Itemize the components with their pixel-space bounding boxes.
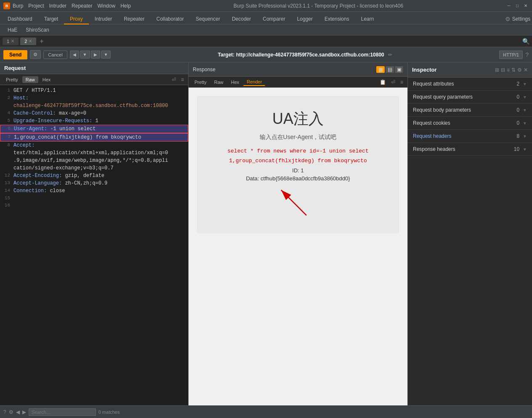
- help-icon[interactable]: ?: [525, 51, 529, 58]
- request-content: 1 GET / HTTP/1.1 2 Host: challenge-46247…: [0, 85, 188, 405]
- inspector-row-4[interactable]: Request headers 8 ▼: [408, 130, 532, 143]
- menu-repeater[interactable]: Repeater: [72, 3, 92, 9]
- request-tabs: Pretty Raw Hex ⏎ ≡: [0, 74, 188, 85]
- menu-window[interactable]: Window: [97, 3, 115, 9]
- arrow-left[interactable]: ◀: [70, 51, 79, 59]
- inspector-icon-close[interactable]: ✕: [524, 67, 528, 73]
- minimize-button[interactable]: ─: [506, 3, 512, 9]
- response-copy-icon[interactable]: 📋: [378, 78, 388, 86]
- inspector-row-2[interactable]: Request body parameters 0 ▼: [408, 104, 532, 117]
- request-line-2: 2 Host:: [0, 94, 188, 102]
- svg-line-1: [281, 190, 306, 215]
- nav-repeater[interactable]: Repeater: [118, 14, 150, 24]
- http-version-badge[interactable]: HTTP/1: [499, 51, 523, 59]
- chevron-down-icon: ▼: [523, 108, 527, 113]
- request-title: Request: [4, 65, 26, 71]
- settings-gear-icon: ⚙: [505, 16, 511, 22]
- view-icon-detail[interactable]: ▣: [395, 66, 403, 73]
- inspector-row-0[interactable]: Request attributes 2 ▼: [408, 78, 532, 91]
- inspector-icon-sort[interactable]: ≡: [507, 67, 510, 73]
- menu-bar: Burp Project Intruder Repeater Window He…: [13, 3, 131, 9]
- request-wrap-icon[interactable]: ⏎: [170, 76, 178, 83]
- tab-1-label: 1: [7, 39, 9, 44]
- toolbar: Send ⚙ Cancel ◀ ▼ ▶ ▼ Target: http://cha…: [0, 47, 532, 62]
- menu-burp[interactable]: Burp: [13, 3, 23, 9]
- settings-label[interactable]: Settings: [512, 16, 530, 22]
- nav-decoder[interactable]: Decoder: [226, 14, 257, 24]
- settings-bottom-icon[interactable]: ⚙: [9, 409, 13, 415]
- nav-proxy[interactable]: Proxy: [64, 14, 89, 24]
- nav-dashboard[interactable]: Dashboard: [2, 14, 38, 24]
- arrow-left-down[interactable]: ▼: [80, 51, 90, 59]
- nav-extensions[interactable]: Extensions: [319, 14, 355, 24]
- edit-target-icon[interactable]: ✏: [388, 52, 392, 58]
- inspector-icon-grid[interactable]: ⊞: [495, 67, 499, 73]
- tab-bar: 1 ✕ 2 ✕ + 🔍: [0, 35, 532, 47]
- help-bottom-icon[interactable]: ?: [3, 409, 6, 415]
- inspector-rows: Request attributes 2 ▼ Request query par…: [408, 78, 532, 405]
- inspector-title: Inspector: [412, 67, 495, 73]
- send-button[interactable]: Send: [3, 50, 27, 59]
- inspector-panel: Inspector ⊞ ⊟ ≡ ⇅ ⚙ ✕ Request attributes…: [408, 62, 532, 405]
- view-icon-grid[interactable]: ▦: [376, 66, 385, 73]
- tab-1-close[interactable]: ✕: [11, 39, 14, 43]
- inspector-row-3[interactable]: Request cookies 0 ▼: [408, 117, 532, 130]
- request-line-9: text/html,application/xhtml+xml,applicat…: [0, 149, 188, 157]
- request-line-12: 12 Accept-Encoding: gzip, deflate: [0, 172, 188, 180]
- tab-1[interactable]: 1 ✕: [3, 38, 19, 45]
- response-title: Response: [193, 67, 215, 72]
- nav-back-icon[interactable]: ◀: [16, 409, 20, 415]
- nav-hae[interactable]: HaE: [3, 26, 21, 34]
- cancel-button[interactable]: Cancel: [43, 51, 67, 59]
- response-tab-hex[interactable]: Hex: [228, 79, 243, 86]
- nav-arrows: ◀ ▼ ▶ ▼: [70, 51, 111, 59]
- main-nav: Dashboard Target Proxy Intruder Repeater…: [0, 12, 532, 24]
- close-button[interactable]: ✕: [523, 3, 529, 9]
- tab-2-close[interactable]: ✕: [29, 39, 32, 43]
- response-tab-render[interactable]: Render: [243, 78, 265, 86]
- arrow-right-down[interactable]: ▼: [101, 51, 111, 59]
- request-tab-raw[interactable]: Raw: [22, 76, 38, 83]
- nav-collaborator[interactable]: Collaborator: [151, 14, 190, 24]
- nav-sequencer[interactable]: Sequencer: [190, 14, 226, 24]
- nav-comparer[interactable]: Comparer: [257, 14, 291, 24]
- view-icon-list[interactable]: ▤: [386, 66, 394, 73]
- request-line-1: 1 GET / HTTP/1.1: [0, 87, 188, 94]
- chevron-down-icon: ▼: [523, 121, 527, 126]
- menu-intruder[interactable]: Intruder: [49, 3, 66, 9]
- inspector-icon-settings[interactable]: ⚙: [517, 67, 522, 73]
- arrow-right[interactable]: ▶: [91, 51, 100, 59]
- menu-help[interactable]: Help: [120, 3, 131, 9]
- request-line-16: 16: [0, 202, 188, 209]
- tab-search-icon[interactable]: 🔍: [522, 38, 529, 45]
- inspector-row-1[interactable]: Request query parameters 0 ▼: [408, 91, 532, 104]
- request-line-7: 7 1,group_concat(fhlxjtkdeg) from bkoqry…: [0, 133, 188, 142]
- response-tab-pretty[interactable]: Pretty: [191, 79, 210, 86]
- maximize-button[interactable]: □: [514, 3, 520, 9]
- menu-project[interactable]: Project: [28, 3, 44, 9]
- nav-intruder[interactable]: Intruder: [89, 14, 118, 24]
- inspector-icon-split[interactable]: ⇅: [511, 67, 516, 73]
- request-tab-pretty[interactable]: Pretty: [3, 76, 21, 83]
- response-wrap-icon[interactable]: ⏎: [389, 78, 397, 86]
- nav-learn[interactable]: Learn: [355, 14, 380, 24]
- target-info: Target: http://challenge-46247738f59f75c…: [113, 52, 497, 58]
- nav-forward-icon[interactable]: ▶: [22, 409, 26, 415]
- request-tab-hex[interactable]: Hex: [39, 76, 54, 83]
- add-tab-button[interactable]: +: [38, 38, 45, 45]
- nav-shiroscan[interactable]: ShiroScan: [21, 26, 53, 34]
- nav-target[interactable]: Target: [38, 14, 64, 24]
- response-tabs: Pretty Raw Hex Render 📋 ⏎ ≡: [189, 77, 407, 88]
- arrow-diagram: [273, 186, 323, 220]
- response-options-icon[interactable]: ≡: [399, 78, 405, 86]
- request-options-icon[interactable]: ≡: [179, 76, 186, 83]
- inspector-icon-group: ⊞ ⊟ ≡ ⇅ ⚙ ✕: [495, 67, 528, 73]
- search-input[interactable]: [29, 408, 96, 416]
- tab-2[interactable]: 2 ✕: [20, 38, 36, 45]
- request-panel-header: Request: [0, 62, 188, 74]
- inspector-row-5[interactable]: Response headers 10 ▼: [408, 143, 532, 156]
- response-tab-raw[interactable]: Raw: [211, 79, 227, 86]
- inspector-icon-list[interactable]: ⊟: [501, 67, 505, 73]
- gear-button[interactable]: ⚙: [30, 50, 41, 59]
- nav-logger[interactable]: Logger: [291, 14, 319, 24]
